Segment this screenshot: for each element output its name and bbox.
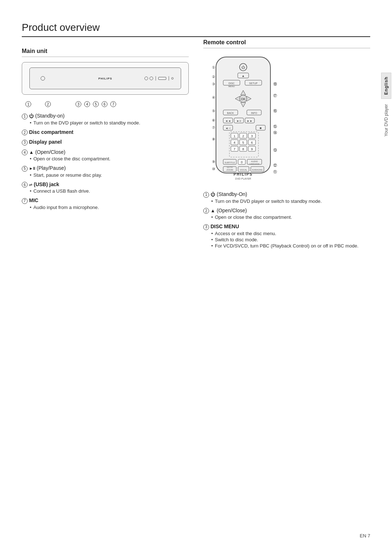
main-unit-title: Main unit bbox=[22, 48, 189, 57]
desc-1-bullet-1: Turn on the DVD player or switch to stan… bbox=[30, 120, 189, 126]
svg-text:GO TO: GO TO bbox=[227, 166, 233, 168]
num-5: 5 bbox=[22, 166, 28, 172]
svg-text:④: ④ bbox=[212, 95, 215, 99]
remote-feature-title-3: 3 DISC MENU bbox=[203, 224, 370, 230]
num-7: 7 bbox=[22, 198, 28, 204]
label-mic: MIC bbox=[29, 197, 38, 203]
dvd-btn-1 bbox=[144, 77, 148, 80]
svg-text:4: 4 bbox=[233, 141, 235, 144]
label-7: 7 bbox=[110, 101, 116, 107]
svg-text:AUDIO: AUDIO bbox=[251, 160, 258, 163]
tab-dvd: Your DVD player bbox=[381, 101, 391, 140]
dvd-body: PHILIPS bbox=[29, 67, 181, 89]
svg-text:▲: ▲ bbox=[242, 74, 245, 78]
right-column: Remote control ⏻ ▲ DISC MENU bbox=[203, 39, 370, 252]
vertical-tab: English Your DVD player bbox=[380, 73, 392, 181]
feature-title-6: 6 ⇌ (USB) jack bbox=[22, 181, 189, 188]
svg-text:0: 0 bbox=[241, 160, 242, 164]
dvd-disc-slot bbox=[41, 76, 45, 81]
svg-text:⑪: ⑪ bbox=[273, 170, 277, 174]
svg-text:PHILIPS: PHILIPS bbox=[234, 172, 253, 176]
label-display-panel: Display panel bbox=[29, 139, 62, 145]
page-footer: EN 7 bbox=[360, 533, 370, 538]
svg-text:⑮: ⑮ bbox=[273, 124, 277, 128]
remote-diagram: ⏻ ▲ DISC MENU SETUP bbox=[203, 53, 370, 184]
remote-num-1: 1 bbox=[203, 192, 209, 198]
label-1: 1 bbox=[25, 101, 31, 107]
svg-text:SUBTITLE: SUBTITLE bbox=[225, 161, 235, 164]
label-usb: (USB) jack bbox=[34, 181, 59, 187]
remote-desc-3: Access or exit the disc menu. Switch to … bbox=[203, 231, 370, 249]
svg-text:INFO: INFO bbox=[251, 112, 257, 114]
remote-desc-3-bullet-3: For VCD/SVCD, turn PBC (Playback Control… bbox=[211, 243, 370, 249]
svg-text:1: 1 bbox=[233, 134, 235, 138]
label-play-pause: (Play/Pause) bbox=[37, 165, 66, 171]
remote-desc-2-bullet-1: Open or close the disc compartment. bbox=[211, 214, 370, 220]
tab-english: English bbox=[381, 73, 391, 99]
svg-text:⑦: ⑦ bbox=[212, 126, 215, 130]
svg-text:►II: ►II bbox=[237, 119, 241, 123]
svg-text:9: 9 bbox=[251, 147, 253, 151]
svg-text:KARAOKE: KARAOKE bbox=[252, 169, 262, 171]
remote-icon-power: ⏻ bbox=[211, 192, 215, 197]
svg-text:①: ① bbox=[212, 65, 215, 69]
svg-text:MENU: MENU bbox=[228, 85, 235, 87]
svg-text:VOCAL: VOCAL bbox=[240, 169, 248, 171]
svg-text:6: 6 bbox=[251, 141, 253, 144]
svg-text:DVD PLAYER: DVD PLAYER bbox=[235, 177, 251, 180]
feature-title-7: 7 MIC bbox=[22, 197, 189, 204]
remote-num-2: 2 bbox=[203, 208, 209, 214]
remote-feature-title-2: 2 ▲ (Open/Close) bbox=[203, 208, 370, 214]
svg-text:⑩: ⑩ bbox=[212, 167, 215, 171]
dvd-indicator bbox=[171, 77, 173, 79]
svg-text:⑨: ⑨ bbox=[212, 160, 215, 164]
label-2: 2 bbox=[45, 101, 51, 107]
svg-text:⑥: ⑥ bbox=[212, 118, 215, 122]
svg-text:5: 5 bbox=[242, 141, 244, 144]
label-standby-on: (Standby-on) bbox=[35, 113, 65, 119]
label-4: 4 bbox=[84, 101, 90, 107]
num-6: 6 bbox=[22, 182, 28, 188]
feature-list: 1 ⏻ (Standby-on) Turn on the DVD player … bbox=[22, 113, 189, 210]
icon-usb: ⇌ bbox=[29, 183, 32, 187]
num-4: 4 bbox=[22, 149, 28, 155]
remote-desc-3-bullet-1: Access or exit the disc menu. bbox=[211, 231, 370, 236]
svg-text:⑧: ⑧ bbox=[212, 137, 215, 141]
feature-title-3: 3 Display panel bbox=[22, 139, 189, 146]
label-5: 5 bbox=[93, 101, 99, 107]
remote-desc-1: Turn on the DVD player or switch to stan… bbox=[203, 198, 370, 204]
desc-4-bullet-1: Open or close the disc compartment. bbox=[30, 156, 189, 161]
label-3: 3 bbox=[75, 101, 81, 107]
svg-text:OK: OK bbox=[241, 97, 245, 101]
svg-text:⑭: ⑭ bbox=[273, 131, 277, 135]
svg-text:2: 2 bbox=[242, 134, 244, 138]
desc-7: Audio input from a microphone. bbox=[22, 205, 189, 210]
dvd-buttons-right bbox=[144, 76, 173, 81]
remote-feature-item-3: 3 DISC MENU Access or exit the disc menu… bbox=[203, 224, 370, 249]
feature-item-2: 2 Disc compartment bbox=[22, 129, 189, 136]
num-2: 2 bbox=[22, 130, 28, 135]
remote-feature-title-1: 1 ⏻ (Standby-On) bbox=[203, 191, 370, 198]
feature-title-5: 5 ►II (Play/Pause) bbox=[22, 165, 189, 172]
svg-text:⑯: ⑯ bbox=[273, 109, 277, 113]
dvd-brand: PHILIPS bbox=[98, 77, 112, 80]
svg-text:■: ■ bbox=[260, 126, 261, 130]
remote-svg: ⏻ ▲ DISC MENU SETUP bbox=[203, 53, 283, 184]
svg-text:⏻: ⏻ bbox=[241, 65, 245, 69]
dvd-btn-rect bbox=[158, 77, 166, 80]
svg-text:►►: ►► bbox=[247, 119, 253, 123]
svg-text:LANGUAGE: LANGUAGE bbox=[249, 163, 260, 165]
remote-control-title: Remote control bbox=[203, 39, 370, 48]
remote-label-1: (Standby-On) bbox=[217, 191, 247, 197]
feature-title-2: 2 Disc compartment bbox=[22, 129, 189, 136]
feature-item-7: 7 MIC Audio input from a microphone. bbox=[22, 197, 189, 210]
svg-text:⑬: ⑬ bbox=[273, 148, 277, 152]
remote-label-2: (Open/Close) bbox=[217, 208, 247, 213]
desc-5-bullet-1: Start, pause or resume disc play. bbox=[30, 172, 189, 178]
feature-item-1: 1 ⏻ (Standby-on) Turn on the DVD player … bbox=[22, 113, 189, 126]
dvd-diagram: PHILIPS bbox=[22, 62, 189, 95]
feature-item-3: 3 Display panel bbox=[22, 139, 189, 146]
feature-title-1: 1 ⏻ (Standby-on) bbox=[22, 113, 189, 119]
num-1: 1 bbox=[22, 114, 28, 119]
svg-text:◄⊣: ◄⊣ bbox=[225, 127, 231, 130]
